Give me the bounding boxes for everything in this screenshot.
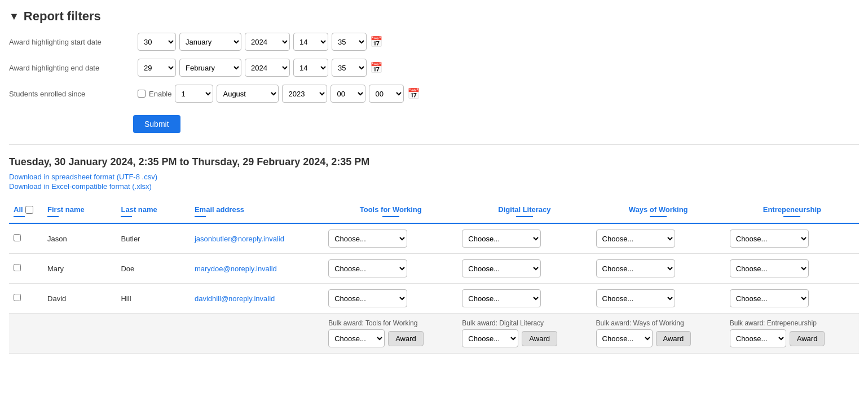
table-row: David Hill davidhill@noreply.invalid Cho… bbox=[9, 284, 859, 314]
bulk-ways-award-button[interactable]: Award bbox=[656, 331, 691, 346]
row-tools-select-1[interactable]: Choose... bbox=[328, 259, 407, 277]
col-ways-header: Ways of Working bbox=[592, 200, 725, 223]
bulk-tools-award-button[interactable]: Award bbox=[388, 331, 424, 346]
row-digital-cell: Choose... bbox=[457, 284, 591, 314]
download-xlsx-link[interactable]: Download in Excel-compatible format (.xl… bbox=[9, 182, 859, 191]
bulk-entre-award-button[interactable]: Award bbox=[790, 331, 825, 346]
col-first-header: First name bbox=[43, 200, 116, 223]
row-last-name: Hill bbox=[116, 284, 190, 314]
row-entre-cell: Choose... bbox=[725, 254, 859, 284]
row-tools-cell: Choose... bbox=[324, 223, 457, 254]
download-csv-link[interactable]: Download in spreadsheet format (UTF-8 .c… bbox=[9, 173, 859, 181]
start-day-select[interactable]: 30 bbox=[138, 33, 176, 51]
row-digital-cell: Choose... bbox=[457, 223, 591, 254]
bulk-digital-award-button[interactable]: Award bbox=[522, 331, 557, 346]
row-email: jasonbutler@noreply.invalid bbox=[190, 223, 324, 254]
row-tools-select-0[interactable]: Choose... bbox=[328, 230, 407, 248]
start-min-select[interactable]: 35 bbox=[332, 33, 367, 51]
end-month-select[interactable]: JanuaryFebruaryMarchApril MayJuneJulyAug… bbox=[179, 59, 241, 77]
row-email: marydoe@noreply.invalid bbox=[190, 254, 324, 284]
bulk-ways-cell: Bulk award: Ways of Working Choose... Aw… bbox=[592, 314, 725, 354]
row-entre-select-2[interactable]: Choose... bbox=[730, 289, 809, 307]
start-date-controls: 30 JanuaryFebruaryMarchApril MayJuneJuly… bbox=[138, 33, 382, 51]
bulk-award-row: Bulk award: Tools for Working Choose... … bbox=[9, 314, 859, 354]
email-link[interactable]: marydoe@noreply.invalid bbox=[195, 264, 277, 273]
enable-checkbox-wrap: Enable bbox=[138, 90, 171, 98]
start-month-select[interactable]: JanuaryFebruaryMarchApril MayJuneJulyAug… bbox=[179, 33, 241, 51]
row-digital-select-0[interactable]: Choose... bbox=[462, 230, 541, 248]
bulk-digital-cell: Bulk award: Digital Literacy Choose... A… bbox=[457, 314, 591, 354]
email-link[interactable]: davidhill@noreply.invalid bbox=[195, 294, 275, 303]
row-ways-cell: Choose... bbox=[592, 223, 725, 254]
bulk-digital-select[interactable]: Choose... bbox=[462, 329, 518, 347]
row-tools-select-2[interactable]: Choose... bbox=[328, 289, 407, 307]
end-day-select[interactable]: 29 bbox=[138, 59, 176, 77]
row-checkbox-1[interactable] bbox=[14, 264, 21, 271]
row-checkbox-cell bbox=[9, 284, 43, 314]
row-ways-select-1[interactable]: Choose... bbox=[596, 259, 675, 277]
download-links: Download in spreadsheet format (UTF-8 .c… bbox=[9, 173, 859, 191]
row-last-name: Butler bbox=[116, 223, 190, 254]
row-tools-cell: Choose... bbox=[324, 284, 457, 314]
row-checkbox-2[interactable] bbox=[14, 294, 21, 301]
row-last-name: Doe bbox=[116, 254, 190, 284]
row-first-name: Jason bbox=[43, 223, 116, 254]
col-email-header: Email address bbox=[190, 200, 324, 223]
bulk-tools-controls: Choose... Award bbox=[328, 329, 453, 347]
row-checkbox-0[interactable] bbox=[14, 234, 21, 241]
table-header-row: All First name Last name Email a bbox=[9, 200, 859, 223]
col-last-header: Last name bbox=[116, 200, 190, 223]
col-all-header: All bbox=[9, 200, 43, 223]
row-digital-select-2[interactable]: Choose... bbox=[462, 289, 541, 307]
table-row: Mary Doe marydoe@noreply.invalid Choose.… bbox=[9, 254, 859, 284]
enrolled-controls: Enable 1 JanuaryFebruaryMarchApril MayJu… bbox=[138, 85, 420, 103]
enrolled-row: Students enrolled since Enable 1 January… bbox=[9, 85, 859, 103]
end-hour-select[interactable]: 14 bbox=[293, 59, 328, 77]
end-date-label: Award highlighting end date bbox=[9, 64, 133, 72]
submit-button[interactable]: Submit bbox=[133, 115, 180, 133]
row-ways-select-0[interactable]: Choose... bbox=[596, 230, 675, 248]
row-entre-cell: Choose... bbox=[725, 284, 859, 314]
bulk-entre-select[interactable]: Choose... bbox=[730, 329, 786, 347]
enroll-month-select[interactable]: JanuaryFebruaryMarchApril MayJuneJulyAug… bbox=[217, 85, 279, 103]
email-link[interactable]: jasonbutler@noreply.invalid bbox=[195, 235, 284, 243]
bulk-ways-controls: Choose... Award bbox=[596, 329, 721, 347]
row-ways-cell: Choose... bbox=[592, 254, 725, 284]
end-calendar-icon[interactable]: 📅 bbox=[370, 61, 382, 74]
end-min-select[interactable]: 35 bbox=[332, 59, 367, 77]
row-email: davidhill@noreply.invalid bbox=[190, 284, 324, 314]
enroll-year-select[interactable]: 2022202320242025 bbox=[282, 85, 327, 103]
select-all-checkbox[interactable] bbox=[25, 206, 33, 214]
bulk-ways-select[interactable]: Choose... bbox=[596, 329, 653, 347]
chevron-icon: ▼ bbox=[9, 11, 19, 23]
row-digital-select-1[interactable]: Choose... bbox=[462, 259, 541, 277]
awards-table: All First name Last name Email a bbox=[9, 200, 859, 354]
row-entre-select-1[interactable]: Choose... bbox=[730, 259, 809, 277]
row-ways-select-2[interactable]: Choose... bbox=[596, 289, 675, 307]
enroll-hour-select[interactable]: 00 bbox=[331, 85, 365, 103]
enable-label: Enable bbox=[149, 90, 171, 98]
row-checkbox-cell bbox=[9, 223, 43, 254]
row-first-name: David bbox=[43, 284, 116, 314]
row-ways-cell: Choose... bbox=[592, 284, 725, 314]
bulk-ways-label: Bulk award: Ways of Working bbox=[596, 319, 721, 327]
row-tools-cell: Choose... bbox=[324, 254, 457, 284]
start-calendar-icon[interactable]: 📅 bbox=[370, 36, 382, 48]
row-checkbox-cell bbox=[9, 254, 43, 284]
bulk-digital-label: Bulk award: Digital Literacy bbox=[462, 319, 587, 327]
col-digital-header: Digital Literacy bbox=[457, 200, 591, 223]
start-year-select[interactable]: 2022202320242025 bbox=[245, 33, 290, 51]
end-date-controls: 29 JanuaryFebruaryMarchApril MayJuneJuly… bbox=[138, 59, 382, 77]
enroll-day-select[interactable]: 1 bbox=[175, 85, 213, 103]
enable-checkbox[interactable] bbox=[138, 90, 146, 98]
row-entre-select-0[interactable]: Choose... bbox=[730, 230, 809, 248]
enrolled-label: Students enrolled since bbox=[9, 90, 133, 98]
bulk-tools-select[interactable]: Choose... bbox=[328, 329, 385, 347]
enroll-min-select[interactable]: 00 bbox=[369, 85, 404, 103]
col-tools-header: Tools for Working bbox=[324, 200, 457, 223]
bulk-digital-controls: Choose... Award bbox=[462, 329, 587, 347]
end-year-select[interactable]: 2022202320242025 bbox=[245, 59, 290, 77]
start-hour-select[interactable]: 14 bbox=[293, 33, 328, 51]
enroll-calendar-icon[interactable]: 📅 bbox=[407, 87, 420, 100]
table-row: Jason Butler jasonbutler@noreply.invalid… bbox=[9, 223, 859, 254]
